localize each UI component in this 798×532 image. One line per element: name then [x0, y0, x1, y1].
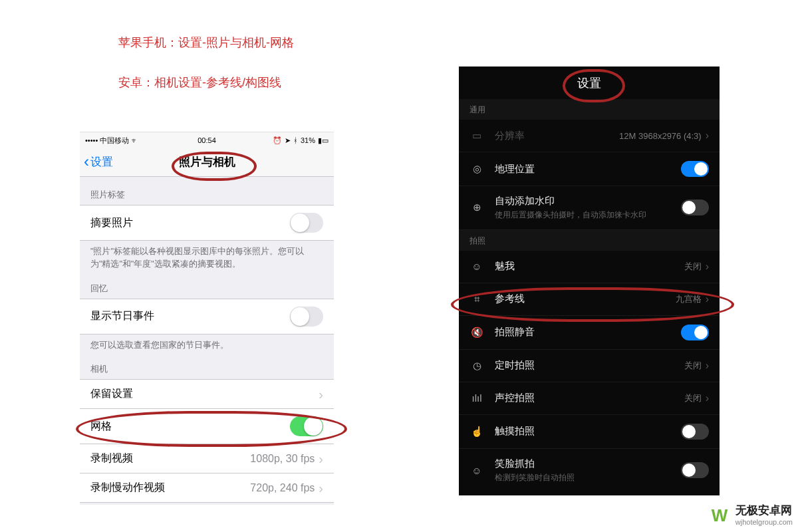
row-touch-shoot[interactable]: ☝ 触摸拍照: [459, 415, 720, 449]
row-value: 12M 3968x2976 (4:3): [619, 131, 702, 141]
row-keep-settings[interactable]: 保留设置 ›: [80, 379, 334, 409]
timer-icon: ◷: [469, 360, 484, 372]
row-label: 录制慢动作视频: [90, 481, 165, 495]
holiday-footer: 您可以选取查看您国家的节日事件。: [80, 334, 334, 352]
section-general: 通用: [459, 99, 720, 120]
android-camera-settings-screenshot: 设置 通用 ▭ 分辨率 12M 3968x2976 (4:3) › ◎ 地理位置…: [459, 66, 720, 495]
chevron-right-icon: ›: [319, 452, 323, 466]
section-memories: 回忆: [80, 271, 334, 299]
row-label: 触摸拍照: [495, 425, 681, 438]
row-geolocation[interactable]: ◎ 地理位置: [459, 152, 720, 186]
ios-nav-bar: ‹ 设置 照片与相机: [80, 147, 334, 177]
row-label: 参考线: [495, 293, 676, 305]
section-photos: 照片标签: [80, 177, 334, 205]
row-label: 录制视频: [90, 452, 133, 466]
row-label: 网格: [90, 420, 112, 434]
row-grid[interactable]: 网格: [80, 408, 334, 444]
row-value: 关闭: [684, 360, 702, 372]
chevron-right-icon: ›: [706, 130, 709, 142]
row-shutter-mute[interactable]: 🔇 拍照静音: [459, 316, 720, 350]
row-voice-shoot[interactable]: ılıl 声控拍照 关闭 ›: [459, 382, 720, 415]
row-value: 九宫格: [676, 293, 702, 305]
voice-icon: ılıl: [469, 392, 484, 404]
watermark-name: 无极安卓网: [735, 504, 793, 517]
row-label: 定时拍照: [495, 359, 684, 372]
watermark-icon: ⊕: [469, 201, 484, 213]
geo-toggle[interactable]: [681, 161, 709, 177]
chevron-left-icon: ‹: [84, 152, 89, 171]
grid-icon: ⌗: [469, 293, 484, 305]
mute-icon: 🔇: [469, 327, 484, 338]
grid-toggle[interactable]: [290, 416, 323, 436]
row-record-video[interactable]: 录制视频 1080p, 30 fps ›: [80, 444, 334, 473]
logo-icon: W: [712, 505, 732, 525]
row-label: 拍照静音: [495, 326, 681, 338]
chevron-right-icon: ›: [319, 388, 323, 401]
row-label: 自动添加水印: [495, 195, 681, 207]
row-resolution[interactable]: ▭ 分辨率 12M 3968x2976 (4:3) ›: [459, 120, 720, 152]
smile-toggle[interactable]: [681, 462, 709, 478]
row-holiday-events[interactable]: 显示节日事件: [80, 299, 334, 334]
row-label: 保留设置: [90, 387, 133, 401]
row-label: 地理位置: [495, 163, 681, 176]
iphone-settings-screenshot: ••••• 中国移动 ᯤ 00:54 ⏰ ➤ ᚼ 31% ▮▭ ‹ 设置 照片与…: [80, 132, 334, 505]
row-value: 720p, 240 fps: [250, 482, 315, 494]
face-icon: ☺: [469, 261, 484, 272]
row-sublabel: 使用后置摄像头拍摄时，自动添加徕卡水印: [495, 209, 681, 221]
chevron-right-icon: ›: [706, 293, 709, 305]
resolution-icon: ▭: [469, 130, 484, 142]
smile-icon: ☺: [469, 465, 484, 476]
row-label: 魅我: [495, 260, 684, 273]
summary-toggle[interactable]: [290, 213, 323, 233]
back-label: 设置: [90, 154, 113, 170]
row-smile-capture[interactable]: ☺ 笑脸抓拍 检测到笑脸时自动拍照: [459, 449, 720, 492]
row-value: 关闭: [684, 392, 702, 404]
touch-toggle[interactable]: [681, 424, 709, 440]
page-title: 设置: [459, 66, 720, 99]
row-record-slomo[interactable]: 录制慢动作视频 720p, 240 fps ›: [80, 473, 334, 503]
watermark-toggle[interactable]: [681, 200, 709, 215]
watermark-url: wjhotelgroup.com: [735, 518, 793, 527]
row-label: 摘要照片: [90, 216, 133, 230]
row-label: 显示节日事件: [90, 309, 154, 323]
ios-status-bar: ••••• 中国移动 ᯤ 00:54 ⏰ ➤ ᚼ 31% ▮▭: [80, 132, 334, 147]
summary-footer: "照片"标签能以各种视图显示图库中的每张照片。您可以为"精选"和"年度"选取紧凑…: [80, 240, 334, 271]
row-label: 分辨率: [495, 130, 619, 142]
section-shoot: 拍照: [459, 230, 720, 251]
holiday-toggle[interactable]: [290, 307, 323, 327]
chevron-right-icon: ›: [319, 481, 323, 495]
row-reference-line[interactable]: ⌗ 参考线 九宫格 ›: [459, 283, 720, 316]
chevron-right-icon: ›: [706, 392, 709, 404]
status-time: 00:54: [80, 136, 334, 144]
touch-icon: ☝: [469, 426, 484, 438]
chevron-right-icon: ›: [706, 261, 709, 273]
location-icon: ◎: [469, 163, 484, 175]
page-title: 照片与相机: [80, 154, 334, 170]
row-timer-shoot[interactable]: ◷ 定时拍照 关闭 ›: [459, 350, 720, 382]
row-auto-watermark[interactable]: ⊕ 自动添加水印 使用后置摄像头拍摄时，自动添加徕卡水印: [459, 186, 720, 230]
instruction-apple: 苹果手机：设置-照片与相机-网格: [118, 35, 294, 51]
row-summary-photos[interactable]: 摘要照片: [80, 205, 334, 241]
row-label: 声控拍照: [495, 392, 684, 404]
instruction-android: 安卓：相机设置-参考线/构图线: [118, 74, 281, 90]
row-value: 1080p, 30 fps: [250, 453, 315, 465]
mute-toggle[interactable]: [681, 325, 709, 340]
back-button[interactable]: ‹ 设置: [80, 152, 113, 171]
row-sublabel: 检测到笑脸时自动拍照: [495, 472, 681, 483]
row-label: 笑脸抓拍: [495, 458, 681, 470]
chevron-right-icon: ›: [706, 360, 709, 372]
row-meiwo[interactable]: ☺ 魅我 关闭 ›: [459, 251, 720, 283]
site-watermark: W 无极安卓网 wjhotelgroup.com: [712, 504, 793, 527]
row-value: 关闭: [684, 261, 702, 273]
section-camera: 相机: [80, 351, 334, 379]
